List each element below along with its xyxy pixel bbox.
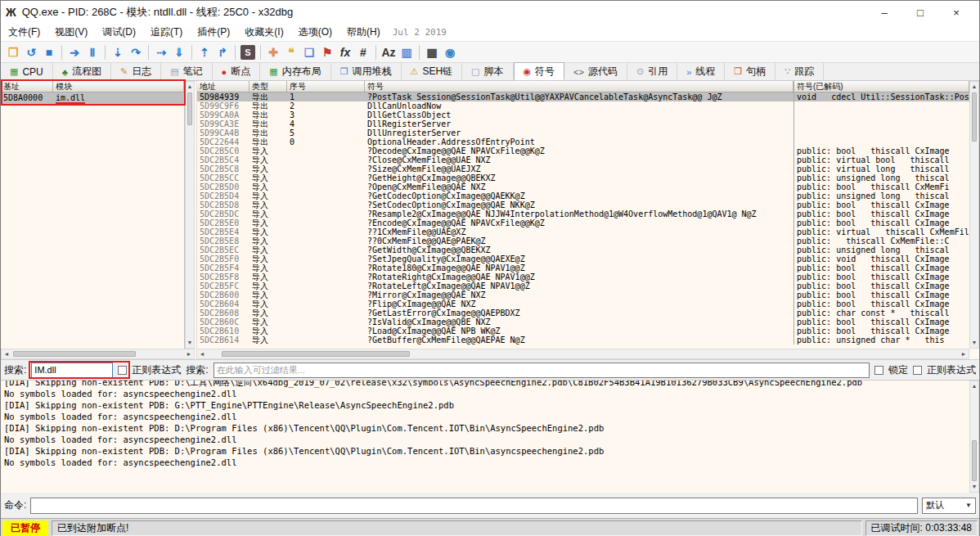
table-row[interactable]: 5DC2B608导入?GetLastError@CxImage@@QAEPBDX… [197,309,969,318]
table-row[interactable]: 5DC2B5F4导入?Rotate180@CxImage@@QAE_NPAV1@… [197,263,969,273]
table-row[interactable]: 5DC2B5E8导入??0CxMemFile@@QAE@PAEK@Zpublic… [197,236,969,245]
tab-log[interactable]: ✎日志 [111,63,161,80]
symbols-header-ordinal[interactable]: 序号 [287,81,365,92]
maximize-button[interactable]: □ [902,2,938,23]
symbols-vertical-scrollbar[interactable]: ▲ ▼ [969,81,979,349]
step-over-icon[interactable]: ↷ [127,43,145,61]
modules-horizontal-scrollbar[interactable]: ◄ ► [1,349,195,359]
text-encoding-icon[interactable]: Az [380,43,398,61]
menu-item-7[interactable]: 帮助(H) [339,24,388,41]
table-row[interactable]: 5D99CA3E导出4DllRegisterServer [197,119,969,128]
tab-script[interactable]: ▢脚本 [462,63,513,80]
regex-checkbox-1[interactable] [118,366,127,375]
tab-threads[interactable]: »线程 [677,63,725,80]
tab-symbols[interactable]: ◉符号 [514,62,565,80]
modules-header-module[interactable]: 模块 [53,81,184,92]
symbols-header-type[interactable]: 类型 [249,81,287,92]
tab-references[interactable]: ⊙引用 [627,63,677,80]
table-row[interactable]: 5DC2B60C导入?IsValid@CxImage@@QBE_NXZpubli… [197,318,969,327]
scroll-right-icon[interactable]: ► [184,349,194,358]
table-row[interactable]: 5D99C9F6导出2DllCanUnloadNow [197,101,969,110]
patches-icon[interactable]: ✚ [264,43,282,61]
table-row[interactable]: 5DC2B5F8导入?RotateRight@CxImage@@QAE_NPAV… [197,273,969,282]
string-references-icon[interactable]: # [354,43,372,61]
tab-handles[interactable]: ❒句柄 [725,63,775,80]
menu-item-1[interactable]: 视图(V) [47,24,95,41]
scroll-left-icon[interactable]: ◄ [2,349,11,358]
table-row[interactable]: 5DC2B604导入?Flip@CxImage@@QAE_NXZpublic: … [197,300,969,309]
stop-icon[interactable]: ■ [40,43,58,61]
scroll-up-icon[interactable]: ▲ [970,82,978,92]
scrollbar-thumb[interactable] [222,351,410,357]
tab-breakpoints[interactable]: ●断点 [213,63,261,80]
module-search-input[interactable] [31,363,113,378]
title-bar[interactable]: Ж QQ.exe - PID: 268C - 模块: ntdll.dll - 线… [1,1,979,24]
scroll-down-icon[interactable]: ▼ [970,482,978,492]
log-vertical-scrollbar[interactable]: ▲ ▼ [969,381,979,493]
tab-call-stack[interactable]: ❐调用堆栈 [331,63,402,80]
run-to-user-code-icon[interactable]: ↱ [214,43,232,61]
table-row[interactable]: 5DC2B5DC导入?Resample2@CxImage@@QAE_NJJW4I… [197,209,969,218]
scroll-up-icon[interactable]: ▲ [970,381,978,391]
symbol-filter-input[interactable] [214,363,870,378]
menu-item-4[interactable]: 插件(P) [190,24,237,41]
comments-icon[interactable]: ❝ [282,43,300,61]
table-row[interactable]: 5DC2B5CC导入?GetHeight@CxImage@@QBEKXZpubl… [197,173,969,182]
tab-seh-chain[interactable]: ⚠SEH链 [402,63,463,80]
bookmarks-icon[interactable]: ⚑ [318,43,336,61]
menu-item-3[interactable]: 追踪(T) [143,24,190,41]
scrollbar-thumb[interactable] [972,92,977,142]
table-row[interactable]: 5DC2B614导入?GetBuffer@CxMemFile@@QAEPAE_N… [197,336,969,345]
command-input[interactable] [30,498,918,514]
table-row[interactable]: 5DC2B5EC导入?GetWidth@CxImage@@QBEKXZpubli… [197,245,969,254]
tab-graph[interactable]: ♣流程图 [53,63,111,80]
symbols-header-decorated[interactable]: 符号(已解码) [793,81,969,92]
menu-item-0[interactable]: 文件(F) [1,24,47,41]
labels-icon[interactable]: ❏ [300,43,318,61]
table-row[interactable]: 5D984939导出1?PostTask_Session@SessionTask… [197,92,969,101]
table-row[interactable]: 5DC2B5E0导入?Encode@CxImage@@QAE_NPAVCxFil… [197,218,969,227]
device-sync-icon[interactable]: ▥ [398,43,416,61]
table-row[interactable]: 5D99CA4B导出5DllUnregisterServer [197,128,969,137]
execute-till-return-icon[interactable]: ⇡ [196,43,214,61]
table-row[interactable]: 5DC2B600导入?Mirror@CxImage@@QAE_NXZpublic… [197,291,969,300]
table-row[interactable]: 5DC2B5FC导入?RotateLeft@CxImage@@QAE_NPAV1… [197,282,969,291]
seh-chain-icon[interactable]: S [241,45,255,60]
restart-icon[interactable]: ↺ [22,43,40,61]
table-row[interactable]: 5DC2B5D4导入?GetCodecOption@CxImage@@QAEKK… [197,191,969,200]
step-into-icon[interactable]: ⇣ [109,43,127,61]
close-button[interactable]: × [938,2,974,23]
run-icon[interactable]: ➔ [65,43,83,61]
pause-icon[interactable]: Ⅱ [83,43,101,61]
modules-header-base[interactable]: 基址 [1,81,53,92]
tab-memory-map[interactable]: ▦内存布局 [260,63,330,80]
menu-item-2[interactable]: 调试(D) [95,24,143,41]
table-row[interactable]: 5D99CA0A导出3DllGetClassObject [197,110,969,119]
menu-item-5[interactable]: 收藏夹(I) [237,24,290,41]
table-row[interactable]: 5DC2B5C0导入?Decode@CxImage@@QAE_NPAVCxFil… [197,146,969,155]
table-row[interactable]: 5DC2B5C8导入?Size@CxMemFile@@UAEJXZpublic:… [197,164,969,173]
tab-trace[interactable]: ∵跟踪 [775,63,824,80]
table-row[interactable]: 5DC2B5F0导入?SetJpegQuality@CxImage@@QAEXE… [197,254,969,263]
open-file-icon[interactable]: ❒ [4,43,22,61]
scrollbar-thumb[interactable] [187,92,192,125]
scroll-up-icon[interactable]: ▲ [186,82,194,92]
symbols-horizontal-scrollbar[interactable]: ◄ ► [196,349,969,359]
scroll-down-icon[interactable]: ▼ [186,338,194,348]
trace-into-icon[interactable]: ⇢ [152,43,170,61]
module-row[interactable]: 5D8A0000im.dll [1,92,184,104]
functions-icon[interactable]: fx [336,43,354,61]
symbols-header-symbol[interactable]: 符号 [365,81,793,92]
calculator-icon[interactable]: ▦ [423,43,441,61]
lock-checkbox[interactable] [874,366,883,375]
table-row[interactable]: 5DC22644导出0OptionalHeader.AddressOfEntry… [197,137,969,146]
regex-checkbox-2[interactable] [913,366,922,375]
menu-item-6[interactable]: 选项(O) [291,24,339,41]
table-row[interactable]: 5DC2B5D8导入?SetCodecOption@CxImage@@QAE_N… [197,200,969,209]
scroll-right-icon[interactable]: ► [959,349,969,358]
table-row[interactable]: 5DC2B5C4导入?Close@CxMemFile@@UAE_NXZpubli… [197,155,969,164]
minimize-button[interactable]: – [866,2,902,23]
scrollbar-thumb[interactable] [972,440,977,481]
table-row[interactable]: 5DC2B610导入?Load@CxImage@@QAE_NPB_WK@Zpub… [197,327,969,336]
website-globe-icon[interactable]: ◉ [441,43,459,61]
